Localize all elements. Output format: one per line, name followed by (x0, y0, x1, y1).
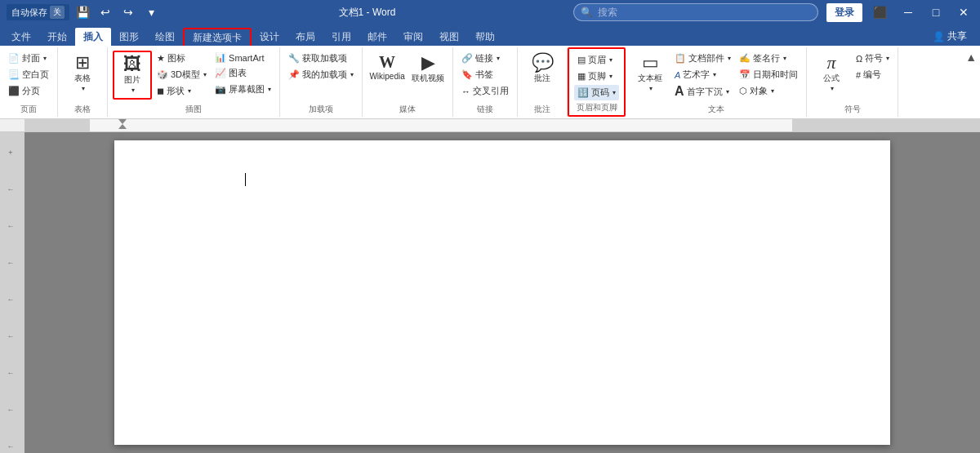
datetime-icon: 📅 (739, 69, 751, 80)
save-icon[interactable]: 💾 (73, 2, 92, 22)
comment-button[interactable]: 💬 批注 (523, 51, 562, 100)
margin-marker-2: ← (7, 185, 15, 193)
wordart-icon: A (675, 70, 680, 80)
doc-parts-button[interactable]: 📋 文档部件▾ (671, 51, 734, 66)
margin-marker-7: ← (7, 369, 15, 377)
3d-model-button[interactable]: 🎲 3D模型▾ (154, 67, 210, 82)
tab-design[interactable]: 设计 (252, 28, 287, 46)
restore-button[interactable]: □ (926, 2, 946, 22)
numbering-icon: # (856, 70, 861, 80)
get-addins-icon: 🔧 (288, 53, 300, 64)
tab-layout[interactable]: 布局 (287, 28, 323, 46)
ribbon-collapse-button[interactable]: ▲ (965, 51, 977, 64)
bookmark-button[interactable]: 🔖 书签 (458, 67, 512, 82)
text-col: 📋 文档部件▾ A 艺术字▾ A 首字下沉▾ (671, 51, 734, 100)
tab-draw[interactable]: 绘图 (147, 28, 183, 46)
tab-graphics[interactable]: 图形 (111, 28, 147, 46)
tab-help[interactable]: 帮助 (467, 28, 503, 46)
smartart-icon: 📊 (215, 52, 226, 63)
margin-marker-4: ← (7, 259, 15, 267)
wikipedia-button[interactable]: W Wikipedia (368, 51, 407, 100)
tab-insert[interactable]: 插入 (75, 28, 111, 46)
picture-button[interactable]: 🖼 图片 ▾ (113, 51, 152, 100)
tab-view[interactable]: 视图 (431, 28, 467, 46)
group-text: ▭ 文本框 ▾ 📋 文档部件▾ A 艺术字▾ A 首字下沉▾ (626, 47, 807, 117)
ruler-bar (0, 119, 980, 132)
tab-home[interactable]: 开始 (39, 28, 75, 46)
symbol-button[interactable]: Ω 符号▾ (853, 51, 893, 66)
page-buttons: 📄 封面▾ 📃 空白页 ⬛ 分页 (5, 51, 52, 99)
redo-icon[interactable]: ↪ (118, 2, 138, 22)
my-addins-button[interactable]: 📌 我的加载项▾ (285, 67, 357, 82)
group-table-label: 表格 (74, 102, 91, 115)
icon-button[interactable]: ★ 图标 (154, 51, 210, 66)
share-area: 👤 共享 (926, 27, 980, 46)
link-icon: 🔗 (461, 53, 473, 64)
signin-button[interactable]: 登录 (826, 3, 862, 22)
cross-reference-button[interactable]: ↔ 交叉引用 (458, 83, 512, 99)
blank-page-icon: 📃 (8, 69, 20, 80)
group-text-content: ▭ 文本框 ▾ 📋 文档部件▾ A 艺术字▾ A 首字下沉▾ (629, 49, 803, 102)
header-button[interactable]: ▤ 页眉▾ (574, 52, 619, 68)
margin-marker-9: ← (7, 442, 15, 451)
tab-references[interactable]: 引用 (323, 28, 359, 46)
group-links: 🔗 链接▾ 🔖 书签 ↔ 交叉引用 链接 (453, 47, 518, 117)
equation-button[interactable]: π 公式 ▾ (812, 51, 851, 100)
customize-qa-icon[interactable]: ▾ (141, 2, 161, 22)
tab-mailings[interactable]: 邮件 (359, 28, 395, 46)
online-video-button[interactable]: ▶ 联机视频 (408, 51, 448, 100)
dropcap-button[interactable]: A 首字下沉▾ (671, 83, 734, 100)
textbox-button[interactable]: ▭ 文本框 ▾ (630, 51, 670, 100)
svg-rect-2 (792, 119, 980, 132)
numbering-button[interactable]: # 编号 (853, 67, 893, 82)
page-break-button[interactable]: ⬛ 分页 (5, 83, 52, 99)
blank-page-button[interactable]: 📃 空白页 (5, 67, 52, 82)
object-button[interactable]: ⬡ 对象▾ (736, 83, 801, 99)
group-illustration-label: 插图 (185, 102, 202, 115)
title-bar-right: 🔍 搜索 登录 ⬛ ─ □ ✕ (573, 2, 973, 22)
tab-review[interactable]: 审阅 (395, 28, 431, 46)
my-addins-icon: 📌 (288, 69, 300, 80)
tab-file[interactable]: 文件 (3, 28, 39, 46)
doc-parts-icon: 📋 (675, 53, 686, 64)
autosave-button[interactable]: 自动保存 关 (7, 4, 69, 20)
group-comments-content: 💬 批注 (521, 49, 564, 102)
cover-button[interactable]: 📄 封面▾ (5, 51, 52, 66)
get-addins-button[interactable]: 🔧 获取加载项 (285, 51, 357, 66)
link-button[interactable]: 🔗 链接▾ (458, 51, 512, 66)
page-number-icon: 🔢 (577, 87, 589, 98)
comment-icon: 💬 (532, 54, 554, 72)
tab-new[interactable]: 新建选项卡 (183, 28, 252, 46)
datetime-button[interactable]: 📅 日期和时间 (736, 67, 801, 82)
margin-marker-5: ← (7, 295, 15, 304)
group-addins: 🔧 获取加载项 📌 我的加载项▾ 加载项 (280, 47, 363, 117)
document-page-area[interactable] (24, 132, 980, 453)
ribbon-display-icon[interactable]: ⬛ (871, 2, 890, 22)
undo-icon[interactable]: ↩ (96, 2, 115, 22)
table-button[interactable]: ⊞ 表格 ▾ (63, 51, 102, 100)
wikipedia-icon: W (379, 54, 395, 70)
object-icon: ⬡ (739, 86, 747, 96)
search-box[interactable]: 🔍 搜索 (573, 3, 818, 21)
wordart-button[interactable]: A 艺术字▾ (671, 67, 734, 82)
autosave-label: 自动保存 (11, 7, 47, 19)
autosave-status: 关 (50, 6, 65, 19)
group-media: W Wikipedia ▶ 联机视频 媒体 (363, 47, 453, 117)
shapes-button[interactable]: ◼ 形状▾ (154, 83, 210, 99)
illustration-col: ★ 图标 🎲 3D模型▾ ◼ 形状▾ (154, 51, 210, 99)
group-links-label: 链接 (477, 102, 493, 115)
smartart-button[interactable]: 📊 SmartArt (212, 51, 274, 64)
minimize-button[interactable]: ─ (898, 2, 918, 22)
chart-button[interactable]: 📈 图表 (212, 65, 274, 81)
group-addins-label: 加载项 (309, 102, 333, 115)
page-number-button[interactable]: 🔢 页码▾ (574, 85, 619, 100)
footer-button[interactable]: ▦ 页脚▾ (574, 69, 619, 84)
signature-button[interactable]: ✍ 签名行▾ (736, 51, 801, 66)
screenshot-button[interactable]: 📷 屏幕截图▾ (212, 82, 274, 97)
symbol-icon: Ω (856, 54, 862, 64)
close-button[interactable]: ✕ (954, 2, 973, 22)
document-page[interactable] (114, 140, 890, 445)
chart-icon: 📈 (215, 68, 226, 78)
share-button[interactable]: 👤 共享 (926, 27, 973, 46)
left-margin: + ← ← ← ← ← ← ← ← (0, 132, 24, 453)
